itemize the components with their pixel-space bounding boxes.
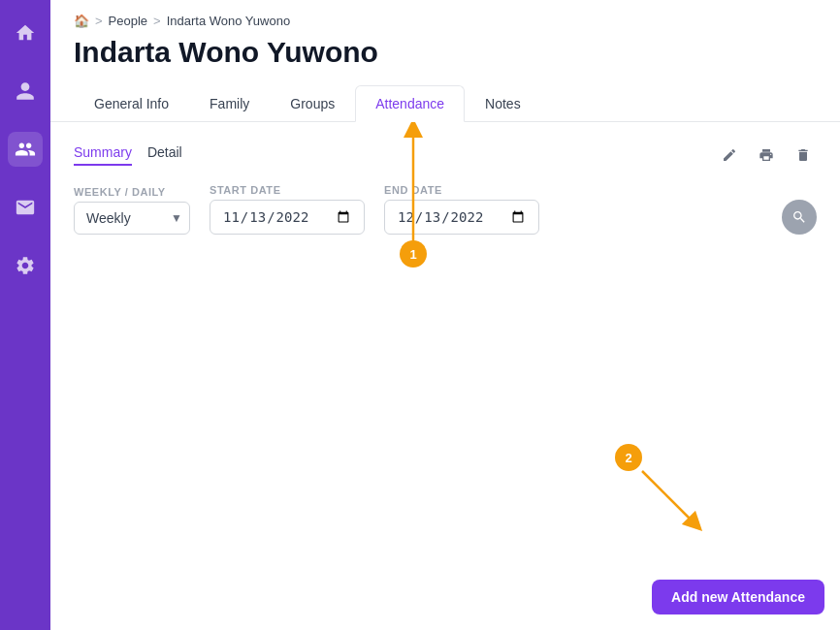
- people-icon[interactable]: [8, 132, 43, 167]
- sub-tabs-left: Summary Detail: [74, 144, 182, 166]
- svg-text:1: 1: [409, 247, 416, 262]
- filter-row: WEEKLY / DAILY Weekly Daily ▼ START DATE…: [74, 184, 817, 235]
- weekly-daily-label: WEEKLY / DAILY: [74, 186, 190, 198]
- add-attendance-button[interactable]: Add new Attendance: [652, 580, 824, 614]
- edit-button[interactable]: [716, 142, 743, 169]
- search-button[interactable]: [782, 200, 817, 235]
- annotation-1: 1: [384, 122, 442, 268]
- start-date-group: START DATE: [210, 184, 365, 235]
- sub-tab-summary[interactable]: Summary: [74, 144, 132, 166]
- weekly-daily-select-wrapper: Weekly Daily ▼: [74, 202, 190, 235]
- settings-icon[interactable]: [8, 248, 43, 283]
- sub-tab-bar: Summary Detail: [74, 142, 817, 169]
- delete-button[interactable]: [790, 142, 817, 169]
- breadcrumb-sep-2: >: [153, 14, 161, 28]
- home-icon[interactable]: [8, 16, 43, 50]
- home-breadcrumb-icon[interactable]: 🏠: [74, 14, 89, 28]
- top-area: 🏠 > People > Indarta Wono Yuwono Indarta…: [50, 0, 840, 122]
- breadcrumb-sep-1: >: [95, 14, 103, 28]
- svg-line-3: [642, 471, 695, 524]
- breadcrumb: 🏠 > People > Indarta Wono Yuwono: [74, 14, 817, 28]
- main-content: 🏠 > People > Indarta Wono Yuwono Indarta…: [50, 0, 840, 630]
- weekly-daily-group: WEEKLY / DAILY Weekly Daily ▼: [74, 186, 190, 235]
- tab-notes[interactable]: Notes: [465, 85, 541, 122]
- page-title: Indarta Wono Yuwono: [74, 36, 817, 69]
- svg-text:2: 2: [625, 451, 631, 465]
- breadcrumb-current: Indarta Wono Yuwono: [167, 14, 290, 28]
- sub-tab-detail[interactable]: Detail: [147, 144, 182, 166]
- annotation-2: 2: [642, 471, 720, 552]
- person-icon[interactable]: [8, 74, 43, 109]
- breadcrumb-people[interactable]: People: [109, 14, 147, 28]
- sidebar: [0, 0, 50, 630]
- content-panel: Summary Detail WEEKLY / DAILY: [50, 122, 840, 630]
- tab-general-info[interactable]: General Info: [74, 85, 189, 122]
- tab-family[interactable]: Family: [189, 85, 270, 122]
- tab-attendance[interactable]: Attendance: [355, 85, 465, 122]
- print-button[interactable]: [753, 142, 780, 169]
- sub-tab-icons: [716, 142, 817, 169]
- empty-content-area: 1 2: [74, 254, 817, 611]
- start-date-input[interactable]: [210, 200, 365, 235]
- start-date-label: START DATE: [210, 184, 365, 196]
- tab-bar: General Info Family Groups Attendance No…: [74, 84, 817, 121]
- mail-icon[interactable]: [8, 190, 43, 225]
- tab-groups[interactable]: Groups: [270, 85, 355, 122]
- weekly-daily-select[interactable]: Weekly Daily: [74, 202, 190, 235]
